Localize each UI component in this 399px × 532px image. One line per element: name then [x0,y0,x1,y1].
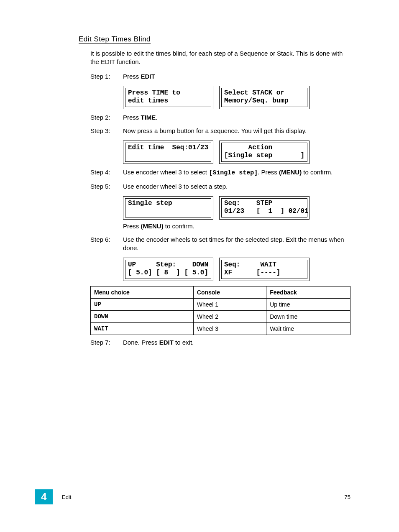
cell-console: Wheel 3 [193,323,266,335]
step-2: Step 2: Press TIME. [90,113,350,124]
cell-feedback: Down time [266,311,350,323]
reference-table: Menu choice Console Feedback UP Wheel 1 … [90,286,350,335]
col-menu-choice: Menu choice [91,286,194,299]
text: to exit. [174,339,194,346]
text: . [156,114,157,121]
intro-paragraph: It is possible to edit the times blind, … [90,49,350,66]
lcd-text: Seq: STEP 01/23 [ 1 ] 02/01 [221,198,307,217]
text: to confirm. [302,169,332,176]
step-body: Press TIME. [123,113,350,124]
key-name: EDIT [159,339,174,346]
step-5: Step 5: Use encoder wheel 3 to select a … [90,182,350,193]
lcd-text: Edit time Seq:01/23 [125,143,211,162]
text: Use the encoder wheels to set times for … [123,235,350,253]
step-body: Use encoder wheel 3 to select a step. [123,182,350,193]
step-6: Step 6: Use the encoder wheels to set ti… [90,235,350,255]
table-row: WAIT Wheel 3 Wait time [91,323,350,335]
cell-console: Wheel 1 [193,299,266,311]
lcd-text: Action [Single step ] [221,143,307,162]
lcd-right: Action [Single step ] [219,141,309,164]
key-name: TIME [141,114,156,121]
text: Now press a bump button for a sequence. … [123,127,350,135]
step-body: Use encoder wheel 3 to select [Single st… [123,168,350,180]
section-title: Edit Step Times Blind [79,35,350,43]
text: . Press [258,169,279,176]
lcd-left: Press TIME to edit times [123,86,213,109]
step-5-confirm: Press (MENU) to confirm. [90,222,350,233]
text: Press [123,73,141,80]
key-name: EDIT [141,73,155,80]
page-footer: 4 Edit 75 [35,489,350,504]
cell-console: Wheel 2 [193,311,266,323]
lcd-pair-1: Press TIME to edit times Select STACK or… [123,86,350,109]
lcd-text: Single step [125,198,211,217]
step-3: Step 3: Now press a bump button for a se… [90,127,350,138]
lcd-pair-3: Single step Seq: STEP 01/23 [ 1 ] 02/01 [123,196,350,220]
step-label-empty [90,222,123,233]
lcd-right: Seq: STEP 01/23 [ 1 ] 02/01 [219,196,309,220]
page-number: 75 [345,494,350,500]
cell-menu: UP [91,299,194,311]
step-7: Step 7: Done. Press EDIT to exit. [90,338,350,349]
lcd-right: Seq: WAIT XF [----] [219,258,309,281]
page: Edit Step Times Blind It is possible to … [0,0,399,532]
chapter-number-badge: 4 [35,489,53,504]
step-1: Step 1: Press EDIT [90,72,350,83]
lcd-left: Edit time Seq:01/23 [123,141,213,164]
step-body: Press EDIT [123,72,350,83]
table-row: DOWN Wheel 2 Down time [91,311,350,323]
text: Press [123,223,141,230]
step-label: Step 3: [90,127,123,138]
text: Press [123,114,141,121]
step-label: Step 7: [90,338,123,349]
key-name: (MENU) [141,223,164,230]
code-text: [Single step] [209,169,258,176]
cell-feedback: Up time [266,299,350,311]
step-body: Done. Press EDIT to exit. [123,338,350,349]
lcd-text: Press TIME to edit times [125,88,211,107]
lcd-text: UP Step: DOWN [ 5.0] [ 8 ] [ 5.0] [125,260,211,279]
text: to confirm. [164,223,194,230]
step-4: Step 4: Use encoder wheel 3 to select [S… [90,168,350,180]
table-row: UP Wheel 1 Up time [91,299,350,311]
step-label: Step 1: [90,72,123,83]
cell-feedback: Wait time [266,323,350,335]
step-label: Step 4: [90,168,123,180]
cell-menu: WAIT [91,323,194,335]
lcd-left: UP Step: DOWN [ 5.0] [ 8 ] [ 5.0] [123,258,213,281]
lcd-left: Single step [123,196,213,220]
step-body: Use the encoder wheels to set times for … [123,235,350,255]
lcd-pair-2: Edit time Seq:01/23 Action [Single step … [123,141,350,164]
text: Use encoder wheel 3 to select [123,169,209,176]
lcd-pair-4: UP Step: DOWN [ 5.0] [ 8 ] [ 5.0] Seq: W… [123,258,350,281]
step-label: Step 5: [90,182,123,193]
text: Done. Press [123,339,159,346]
step-body: Now press a bump button for a sequence. … [123,127,350,138]
cell-menu: DOWN [91,311,194,323]
col-feedback: Feedback [266,286,350,299]
text: Use encoder wheel 3 to select a step. [123,182,350,191]
table-header-row: Menu choice Console Feedback [91,286,350,299]
step-label: Step 6: [90,235,123,255]
key-name: (MENU) [279,169,302,176]
lcd-text: Select STACK or Memory/Seq. bump [221,88,307,107]
chapter-name: Edit [62,494,71,500]
step-body: Press (MENU) to confirm. [123,222,350,233]
step-label: Step 2: [90,113,123,124]
lcd-right: Select STACK or Memory/Seq. bump [219,86,309,109]
lcd-text: Seq: WAIT XF [----] [221,260,307,279]
col-console: Console [193,286,266,299]
